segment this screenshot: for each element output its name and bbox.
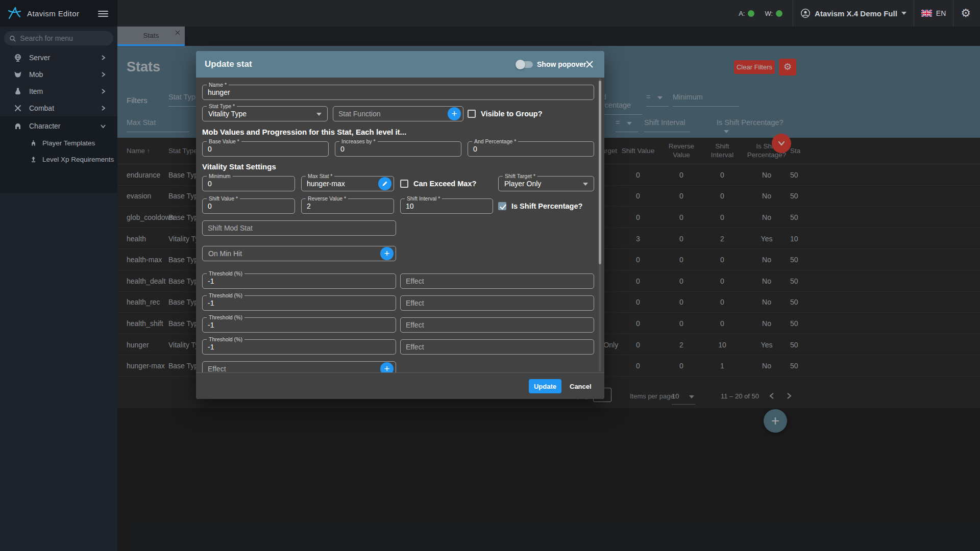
add-effect-button[interactable]: + [380, 362, 394, 372]
pencil-icon [382, 181, 388, 187]
is-shift-percentage-checkbox[interactable]: Is Shift Percentage? [498, 202, 582, 210]
on-min-hit-select[interactable]: On Min Hit + [202, 246, 396, 261]
tab-close-icon[interactable] [175, 30, 181, 36]
language-selector[interactable]: EN [921, 9, 946, 17]
stat-type-select[interactable]: Stat Type * Vitality Type [202, 106, 328, 121]
edit-max-stat-button[interactable] [378, 177, 391, 190]
threshold-field[interactable]: Threshold (%) [202, 295, 396, 311]
threshold-field[interactable]: Threshold (%) [202, 317, 396, 333]
sidebar-item-mob[interactable]: Mob [0, 66, 117, 83]
shift-target-select[interactable]: Shift Target * Player Only [498, 176, 594, 191]
divider [953, 0, 953, 27]
dialog-header: Update stat Show popover [196, 51, 604, 78]
sidebar-search[interactable] [4, 31, 113, 45]
effect-field[interactable] [400, 273, 594, 289]
show-popover-toggle[interactable] [517, 61, 533, 68]
field-label: Minimum [207, 173, 233, 179]
dialog-scrollbar-thumb[interactable] [599, 81, 601, 264]
name-field[interactable]: Name * [202, 85, 594, 100]
field-label: Reverse Value * [306, 195, 348, 202]
atavism-logo [7, 6, 22, 21]
effect-field-partial[interactable]: + [202, 361, 396, 372]
shift-mod-stat-field[interactable] [202, 220, 396, 236]
tab-label: Stats [143, 32, 159, 39]
sidebar-item-combat[interactable]: Combat [0, 99, 117, 116]
stat-function-field[interactable]: + [333, 106, 463, 121]
sidebar-item-label: Combat [29, 104, 54, 112]
select-value: Vitality Type [208, 110, 247, 118]
top-bar: Atavism Editor A: W: Atavism X.4 Demo Fu… [0, 0, 980, 27]
shift-interval-field[interactable]: Shift Interval * [400, 198, 493, 214]
add-on-min-hit-button[interactable]: + [380, 247, 394, 260]
menu-toggle-icon[interactable] [98, 9, 108, 18]
status-a-indicator [748, 10, 754, 17]
sidebar-item-player-templates[interactable]: Player Templates [0, 135, 117, 151]
field-label: Threshold (%) [207, 314, 244, 320]
show-popover-label: Show popover [537, 60, 586, 68]
minimum-field[interactable]: Minimum [202, 176, 295, 191]
threshold-field[interactable]: Threshold (%) [202, 273, 396, 289]
sidebar-item-character[interactable]: Character [0, 117, 117, 134]
effect-field[interactable] [400, 295, 594, 311]
status-w-indicator [776, 10, 782, 17]
add-stat-function-button[interactable]: + [448, 107, 461, 120]
chevron-right-icon [100, 88, 106, 94]
search-icon [9, 35, 16, 42]
field-label: Name * [207, 82, 229, 88]
sidebar-item-label: Item [29, 87, 43, 95]
and-percentage-field[interactable]: And Percentage * [468, 141, 594, 157]
field-label: Threshold (%) [207, 336, 244, 342]
status-w-label: W: [765, 10, 773, 17]
sidebar-item-server[interactable]: Server [0, 49, 117, 66]
effect-field[interactable] [400, 317, 594, 333]
level-xp-icon [30, 156, 37, 163]
toggle-knob [516, 60, 525, 69]
sidebar-item-label: Server [29, 54, 50, 62]
reverse-value-field[interactable]: Reverse Value * [301, 198, 394, 214]
server-globe-icon [13, 53, 22, 62]
base-value-field[interactable]: Base Value * [202, 141, 329, 157]
item-flask-icon [13, 87, 22, 96]
cancel-button[interactable]: Cancel [570, 379, 592, 393]
search-input[interactable] [20, 34, 108, 42]
chevron-right-icon [100, 55, 106, 61]
player-templates-icon [30, 139, 37, 147]
field-label: Base Value * [207, 138, 241, 144]
caret-down-icon [316, 113, 322, 116]
can-exceed-max-checkbox[interactable]: Can Exceed Max? [400, 180, 476, 188]
tab-bar: Stats [117, 27, 980, 46]
sidebar-item-level-xp-requirements[interactable]: Level Xp Requirements [0, 151, 117, 167]
profile-menu[interactable]: Atavism X.4 Demo Full [800, 8, 906, 18]
field-label: Stat Type * [207, 103, 237, 109]
settings-gear-icon[interactable]: ⚙ [961, 8, 971, 19]
sidebar-item-label: Level Xp Requirements [42, 156, 114, 163]
tab-stats[interactable]: Stats [117, 27, 185, 46]
field-label: Increases by * [339, 138, 378, 144]
chevron-down-icon [901, 12, 906, 15]
checkbox-label: Is Shift Percentage? [511, 202, 582, 210]
update-button[interactable]: Update [529, 379, 561, 393]
language-label: EN [936, 9, 946, 17]
sidebar-item-label: Character [29, 122, 60, 130]
checkbox-checked[interactable] [498, 202, 506, 210]
field-label: Shift Interval * [405, 195, 442, 202]
max-stat-field[interactable]: Max Stat * [301, 176, 394, 191]
mob-values-section-title: Mob Values and Progression for this Stat… [202, 128, 406, 136]
field-label: Shift Value * [207, 195, 240, 202]
increases-by-field[interactable]: Increases by * [335, 141, 461, 157]
dialog-title: Update stat [205, 59, 252, 69]
vitality-section-title: Vitality Stat Settings [202, 162, 276, 171]
checkbox-unchecked[interactable] [468, 110, 476, 118]
threshold-field[interactable]: Threshold (%) [202, 339, 396, 355]
dialog-close-icon[interactable] [585, 60, 594, 69]
mob-creature-icon [13, 70, 22, 79]
effect-field[interactable] [400, 339, 594, 355]
app-title: Atavism Editor [27, 9, 79, 18]
character-helmet-icon [13, 121, 22, 131]
plus-icon: + [384, 363, 389, 372]
field-label: And Percentage * [472, 138, 518, 144]
visible-to-group-checkbox[interactable]: Visible to Group? [468, 110, 543, 118]
shift-value-field[interactable]: Shift Value * [202, 198, 295, 214]
checkbox-unchecked[interactable] [400, 180, 408, 188]
sidebar-item-item[interactable]: Item [0, 83, 117, 99]
